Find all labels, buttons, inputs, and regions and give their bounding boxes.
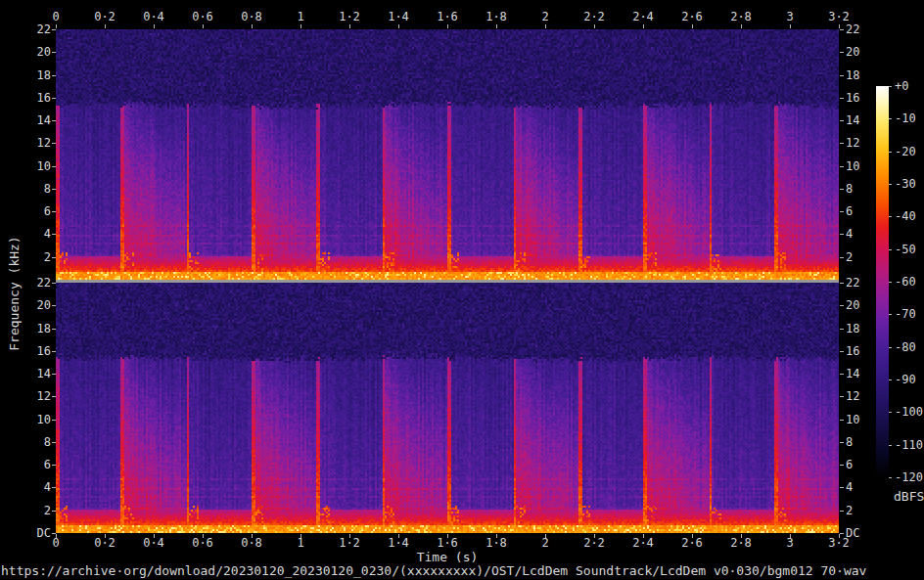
freq-tick-label: 22 bbox=[18, 23, 51, 35]
freq-tick-mark bbox=[840, 75, 844, 76]
colorbar-tick-label: -10 bbox=[895, 112, 916, 124]
spectrogram-channel-1-canvas bbox=[56, 29, 839, 280]
freq-tick-mark bbox=[840, 533, 844, 534]
colorbar-tick-label: -30 bbox=[895, 178, 916, 190]
freq-tick-mark bbox=[840, 143, 844, 144]
freq-tick-label: 8 bbox=[18, 436, 51, 448]
time-tick-label: 0·4 bbox=[143, 11, 164, 22]
freq-tick-mark bbox=[840, 257, 844, 258]
time-tick-mark bbox=[349, 534, 350, 538]
freq-tick-mark bbox=[52, 211, 56, 212]
time-tick-mark bbox=[692, 24, 693, 28]
time-tick-mark bbox=[154, 24, 155, 28]
freq-tick-mark bbox=[840, 442, 844, 443]
freq-tick-label: 18 bbox=[846, 69, 859, 81]
time-tick-label: 3 bbox=[786, 537, 793, 549]
freq-tick-label: 6 bbox=[846, 459, 853, 470]
time-axis-title: Time (s) bbox=[56, 550, 839, 564]
time-tick-mark bbox=[203, 534, 204, 538]
freq-tick-mark bbox=[840, 211, 844, 212]
colorbar-tick-mark bbox=[889, 445, 892, 446]
colorbar-tick-mark bbox=[889, 249, 892, 250]
time-tick-mark bbox=[203, 24, 204, 28]
freq-tick-label: 4 bbox=[18, 228, 51, 240]
freq-tick-mark bbox=[52, 75, 56, 76]
freq-tick-mark bbox=[840, 487, 844, 488]
freq-tick-mark bbox=[52, 420, 56, 421]
freq-tick-mark bbox=[840, 305, 844, 306]
colorbar-tick-label: -20 bbox=[895, 146, 916, 157]
freq-tick-label: 16 bbox=[846, 345, 859, 357]
colorbar-tick-mark bbox=[889, 216, 892, 217]
freq-tick-mark bbox=[52, 283, 56, 284]
time-tick-mark bbox=[349, 24, 350, 28]
time-tick-mark bbox=[545, 534, 546, 538]
freq-tick-label-dc: DC bbox=[18, 527, 51, 539]
freq-tick-label: 8 bbox=[18, 183, 51, 195]
freq-tick-label: 2 bbox=[18, 251, 51, 263]
time-tick-label: 3 bbox=[786, 11, 793, 22]
freq-tick-label: 14 bbox=[846, 368, 859, 379]
freq-tick-mark bbox=[840, 283, 844, 284]
time-tick-label: 1 bbox=[297, 537, 303, 549]
colorbar-tick-mark bbox=[889, 379, 892, 380]
freq-tick-mark bbox=[52, 487, 56, 488]
time-tick-mark bbox=[545, 24, 546, 28]
frequency-axis-title: Frequency (kHz) bbox=[7, 236, 22, 350]
freq-tick-mark bbox=[52, 305, 56, 306]
spectrogram-channel-2-canvas bbox=[56, 283, 839, 533]
freq-tick-mark bbox=[52, 329, 56, 330]
freq-tick-mark bbox=[52, 189, 56, 190]
time-tick-mark bbox=[105, 24, 106, 28]
freq-tick-label: 18 bbox=[846, 323, 859, 335]
time-tick-mark bbox=[741, 24, 742, 28]
freq-tick-label: 10 bbox=[18, 160, 51, 172]
freq-tick-mark bbox=[52, 374, 56, 375]
freq-tick-mark bbox=[52, 166, 56, 167]
freq-tick-mark bbox=[840, 329, 844, 330]
freq-tick-mark bbox=[52, 465, 56, 466]
time-tick-mark bbox=[594, 24, 595, 28]
time-tick-label: 1·2 bbox=[339, 11, 360, 22]
freq-tick-mark bbox=[52, 396, 56, 397]
time-tick-label: 0·8 bbox=[241, 11, 262, 22]
freq-tick-label: 14 bbox=[846, 114, 859, 126]
time-tick-mark bbox=[252, 534, 253, 538]
colorbar-gradient bbox=[876, 86, 889, 477]
time-tick-mark bbox=[105, 534, 106, 538]
freq-tick-mark bbox=[52, 257, 56, 258]
freq-tick-mark bbox=[52, 120, 56, 121]
time-tick-label: 2 bbox=[541, 11, 548, 22]
freq-tick-label: 20 bbox=[18, 46, 51, 58]
freq-tick-mark bbox=[52, 143, 56, 144]
time-tick-mark bbox=[398, 24, 399, 28]
colorbar-tick-mark bbox=[889, 314, 892, 315]
colorbar-tick-label: -50 bbox=[895, 244, 916, 255]
colorbar-tick-label: -110 bbox=[895, 439, 923, 451]
time-tick-mark bbox=[252, 24, 253, 28]
time-tick-label: 2·6 bbox=[681, 537, 703, 549]
time-tick-label: 0 bbox=[52, 11, 59, 22]
time-tick-label: 2·4 bbox=[632, 537, 654, 549]
time-tick-mark bbox=[790, 24, 791, 28]
time-tick-label: 2·6 bbox=[681, 11, 703, 22]
time-tick-label: 0·6 bbox=[192, 11, 213, 22]
time-tick-mark bbox=[300, 24, 301, 28]
freq-tick-mark bbox=[52, 442, 56, 443]
freq-tick-mark bbox=[840, 511, 844, 512]
colorbar-tick-mark bbox=[889, 347, 892, 348]
colorbar-tick-mark bbox=[889, 86, 892, 87]
time-tick-mark bbox=[839, 534, 840, 538]
freq-tick-label: 6 bbox=[846, 205, 853, 217]
time-tick-label: 2·8 bbox=[730, 11, 752, 22]
time-tick-mark bbox=[496, 24, 497, 28]
time-tick-mark bbox=[790, 534, 791, 538]
time-tick-label: 0·2 bbox=[94, 11, 116, 22]
time-tick-label: 1·4 bbox=[388, 537, 409, 549]
colorbar-tick-label: -60 bbox=[895, 276, 916, 288]
freq-tick-label: 8 bbox=[846, 183, 853, 195]
time-tick-mark bbox=[56, 24, 57, 28]
freq-tick-label: 20 bbox=[846, 299, 859, 311]
freq-tick-mark bbox=[840, 189, 844, 190]
time-tick-label: 1 bbox=[297, 11, 303, 22]
